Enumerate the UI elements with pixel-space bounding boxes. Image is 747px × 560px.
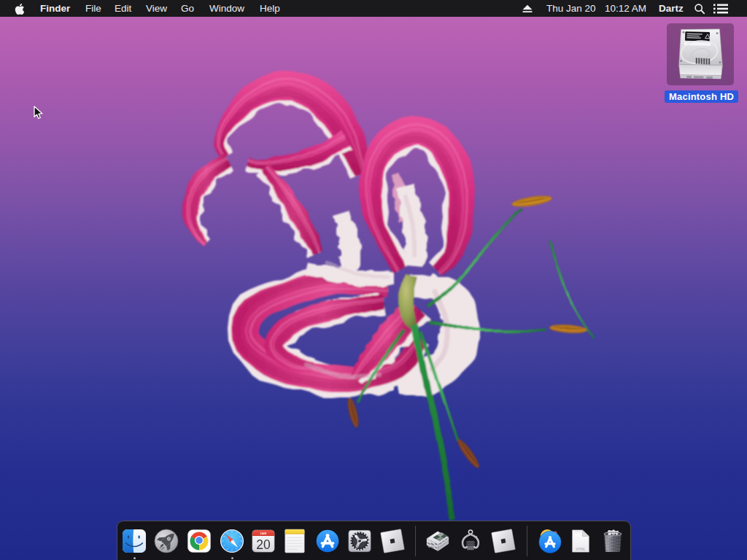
dock-html-file-icon[interactable]: HTML (568, 529, 593, 553)
hard-drive-icon (667, 23, 734, 85)
menu-item-finder[interactable]: Finder (40, 0, 70, 17)
menu-bar: Finder File Edit View Go Window Help Thu… (0, 0, 747, 17)
eject-icon[interactable] (522, 4, 533, 15)
dock-applications-stack-icon[interactable] (538, 529, 562, 553)
dock-separator (415, 526, 416, 556)
safari-running-indicator (231, 557, 233, 559)
dock-launchpad-icon[interactable] (154, 529, 179, 553)
calendar-month-label: JAN (260, 532, 266, 535)
menu-item-go[interactable]: Go (181, 0, 194, 17)
dock-calendar-icon[interactable]: JAN 20 (251, 529, 276, 553)
dock-separator-2 (527, 526, 527, 556)
menu-item-edit[interactable]: Edit (115, 0, 131, 17)
finder-running-indicator (133, 557, 136, 559)
desktop-icon-macintosh-hd[interactable]: Macintosh HD (667, 23, 734, 103)
desktop-icon-label: Macintosh HD (665, 90, 738, 103)
spotlight-search-icon[interactable] (694, 3, 705, 17)
apple-menu-icon[interactable] (15, 4, 24, 17)
dock: JAN 20 HTML (117, 521, 631, 560)
menu-item-window[interactable]: Window (209, 0, 244, 17)
dock-chrome-icon[interactable] (187, 529, 212, 553)
html-file-label: HTML (576, 548, 586, 551)
dock-chip-extractor-icon[interactable] (458, 529, 483, 553)
dock-finder-icon[interactable] (122, 529, 147, 553)
wallpaper-flower (0, 0, 747, 560)
dock-roblox-studio-icon[interactable] (491, 529, 516, 553)
dock-appstore-icon[interactable] (315, 529, 340, 553)
dock-trash-icon[interactable] (600, 529, 625, 553)
dock-system-preferences-icon[interactable] (347, 529, 372, 553)
desktop-wallpaper (0, 0, 747, 560)
dock-roblox-icon[interactable] (380, 529, 405, 553)
calendar-day-label: 20 (256, 537, 271, 552)
user-menu[interactable]: Dartz (659, 0, 684, 17)
dock-safari-icon[interactable] (220, 529, 244, 553)
dock-disk-image-icon[interactable] (425, 529, 450, 553)
menubar-clock-time[interactable]: 10:12 AM (605, 0, 646, 17)
menu-item-help[interactable]: Help (260, 0, 280, 17)
menu-item-view[interactable]: View (146, 0, 167, 17)
menu-item-file[interactable]: File (85, 0, 101, 17)
menubar-clock-date[interactable]: Thu Jan 20 (546, 0, 596, 17)
dock-notes-icon[interactable] (282, 529, 307, 553)
mouse-cursor (34, 106, 45, 124)
notification-center-icon[interactable] (713, 4, 728, 16)
